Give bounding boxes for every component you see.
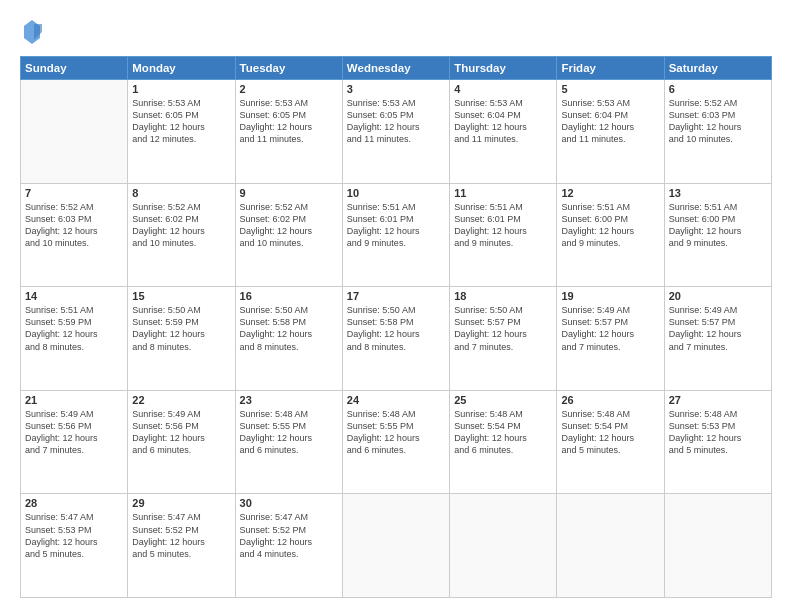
day-number: 23 xyxy=(240,394,338,406)
day-number: 25 xyxy=(454,394,552,406)
weekday-header: Saturday xyxy=(664,57,771,80)
day-number: 16 xyxy=(240,290,338,302)
day-info: Sunrise: 5:49 AM Sunset: 5:56 PM Dayligh… xyxy=(25,408,123,457)
calendar-cell: 9Sunrise: 5:52 AM Sunset: 6:02 PM Daylig… xyxy=(235,183,342,287)
day-number: 29 xyxy=(132,497,230,509)
calendar-cell: 1Sunrise: 5:53 AM Sunset: 6:05 PM Daylig… xyxy=(128,80,235,184)
calendar-cell: 17Sunrise: 5:50 AM Sunset: 5:58 PM Dayli… xyxy=(342,287,449,391)
day-info: Sunrise: 5:52 AM Sunset: 6:02 PM Dayligh… xyxy=(132,201,230,250)
calendar-cell: 12Sunrise: 5:51 AM Sunset: 6:00 PM Dayli… xyxy=(557,183,664,287)
calendar-cell: 11Sunrise: 5:51 AM Sunset: 6:01 PM Dayli… xyxy=(450,183,557,287)
calendar-cell: 20Sunrise: 5:49 AM Sunset: 5:57 PM Dayli… xyxy=(664,287,771,391)
calendar-cell xyxy=(664,494,771,598)
day-number: 24 xyxy=(347,394,445,406)
day-info: Sunrise: 5:51 AM Sunset: 5:59 PM Dayligh… xyxy=(25,304,123,353)
day-info: Sunrise: 5:47 AM Sunset: 5:53 PM Dayligh… xyxy=(25,511,123,560)
weekday-header: Wednesday xyxy=(342,57,449,80)
calendar-cell xyxy=(557,494,664,598)
calendar-week-row: 21Sunrise: 5:49 AM Sunset: 5:56 PM Dayli… xyxy=(21,390,772,494)
day-info: Sunrise: 5:50 AM Sunset: 5:58 PM Dayligh… xyxy=(347,304,445,353)
weekday-header: Thursday xyxy=(450,57,557,80)
day-number: 28 xyxy=(25,497,123,509)
calendar-cell: 21Sunrise: 5:49 AM Sunset: 5:56 PM Dayli… xyxy=(21,390,128,494)
weekday-header: Monday xyxy=(128,57,235,80)
calendar-cell: 27Sunrise: 5:48 AM Sunset: 5:53 PM Dayli… xyxy=(664,390,771,494)
day-number: 7 xyxy=(25,187,123,199)
calendar-cell: 19Sunrise: 5:49 AM Sunset: 5:57 PM Dayli… xyxy=(557,287,664,391)
calendar-cell: 10Sunrise: 5:51 AM Sunset: 6:01 PM Dayli… xyxy=(342,183,449,287)
day-number: 12 xyxy=(561,187,659,199)
calendar-cell xyxy=(450,494,557,598)
day-info: Sunrise: 5:52 AM Sunset: 6:03 PM Dayligh… xyxy=(669,97,767,146)
calendar-cell: 2Sunrise: 5:53 AM Sunset: 6:05 PM Daylig… xyxy=(235,80,342,184)
day-info: Sunrise: 5:53 AM Sunset: 6:04 PM Dayligh… xyxy=(454,97,552,146)
day-info: Sunrise: 5:53 AM Sunset: 6:05 PM Dayligh… xyxy=(347,97,445,146)
calendar-week-row: 1Sunrise: 5:53 AM Sunset: 6:05 PM Daylig… xyxy=(21,80,772,184)
calendar-cell: 25Sunrise: 5:48 AM Sunset: 5:54 PM Dayli… xyxy=(450,390,557,494)
day-number: 19 xyxy=(561,290,659,302)
calendar-cell: 7Sunrise: 5:52 AM Sunset: 6:03 PM Daylig… xyxy=(21,183,128,287)
calendar-cell: 22Sunrise: 5:49 AM Sunset: 5:56 PM Dayli… xyxy=(128,390,235,494)
day-info: Sunrise: 5:52 AM Sunset: 6:03 PM Dayligh… xyxy=(25,201,123,250)
weekday-header: Sunday xyxy=(21,57,128,80)
day-info: Sunrise: 5:51 AM Sunset: 6:00 PM Dayligh… xyxy=(561,201,659,250)
day-number: 26 xyxy=(561,394,659,406)
day-number: 4 xyxy=(454,83,552,95)
calendar-cell: 6Sunrise: 5:52 AM Sunset: 6:03 PM Daylig… xyxy=(664,80,771,184)
calendar-cell: 24Sunrise: 5:48 AM Sunset: 5:55 PM Dayli… xyxy=(342,390,449,494)
calendar-cell: 15Sunrise: 5:50 AM Sunset: 5:59 PM Dayli… xyxy=(128,287,235,391)
calendar-cell xyxy=(342,494,449,598)
day-info: Sunrise: 5:53 AM Sunset: 6:04 PM Dayligh… xyxy=(561,97,659,146)
day-number: 1 xyxy=(132,83,230,95)
day-number: 10 xyxy=(347,187,445,199)
calendar-cell xyxy=(21,80,128,184)
day-info: Sunrise: 5:49 AM Sunset: 5:57 PM Dayligh… xyxy=(669,304,767,353)
day-info: Sunrise: 5:51 AM Sunset: 6:01 PM Dayligh… xyxy=(454,201,552,250)
calendar-week-row: 14Sunrise: 5:51 AM Sunset: 5:59 PM Dayli… xyxy=(21,287,772,391)
page: SundayMondayTuesdayWednesdayThursdayFrid… xyxy=(0,0,792,612)
day-number: 27 xyxy=(669,394,767,406)
day-number: 15 xyxy=(132,290,230,302)
logo-icon xyxy=(20,18,44,46)
day-info: Sunrise: 5:48 AM Sunset: 5:54 PM Dayligh… xyxy=(561,408,659,457)
calendar-cell: 30Sunrise: 5:47 AM Sunset: 5:52 PM Dayli… xyxy=(235,494,342,598)
calendar-cell: 18Sunrise: 5:50 AM Sunset: 5:57 PM Dayli… xyxy=(450,287,557,391)
calendar-table: SundayMondayTuesdayWednesdayThursdayFrid… xyxy=(20,56,772,598)
day-number: 30 xyxy=(240,497,338,509)
header xyxy=(20,18,772,46)
day-number: 5 xyxy=(561,83,659,95)
calendar-cell: 16Sunrise: 5:50 AM Sunset: 5:58 PM Dayli… xyxy=(235,287,342,391)
calendar-cell: 29Sunrise: 5:47 AM Sunset: 5:52 PM Dayli… xyxy=(128,494,235,598)
day-info: Sunrise: 5:48 AM Sunset: 5:54 PM Dayligh… xyxy=(454,408,552,457)
day-info: Sunrise: 5:53 AM Sunset: 6:05 PM Dayligh… xyxy=(132,97,230,146)
calendar-cell: 4Sunrise: 5:53 AM Sunset: 6:04 PM Daylig… xyxy=(450,80,557,184)
calendar-week-row: 28Sunrise: 5:47 AM Sunset: 5:53 PM Dayli… xyxy=(21,494,772,598)
day-info: Sunrise: 5:49 AM Sunset: 5:57 PM Dayligh… xyxy=(561,304,659,353)
day-info: Sunrise: 5:48 AM Sunset: 5:55 PM Dayligh… xyxy=(347,408,445,457)
calendar-cell: 8Sunrise: 5:52 AM Sunset: 6:02 PM Daylig… xyxy=(128,183,235,287)
day-number: 3 xyxy=(347,83,445,95)
day-number: 13 xyxy=(669,187,767,199)
day-number: 9 xyxy=(240,187,338,199)
day-number: 21 xyxy=(25,394,123,406)
day-number: 22 xyxy=(132,394,230,406)
day-number: 20 xyxy=(669,290,767,302)
calendar-week-row: 7Sunrise: 5:52 AM Sunset: 6:03 PM Daylig… xyxy=(21,183,772,287)
day-info: Sunrise: 5:53 AM Sunset: 6:05 PM Dayligh… xyxy=(240,97,338,146)
day-info: Sunrise: 5:50 AM Sunset: 5:57 PM Dayligh… xyxy=(454,304,552,353)
calendar-cell: 13Sunrise: 5:51 AM Sunset: 6:00 PM Dayli… xyxy=(664,183,771,287)
calendar-cell: 26Sunrise: 5:48 AM Sunset: 5:54 PM Dayli… xyxy=(557,390,664,494)
day-number: 2 xyxy=(240,83,338,95)
calendar-cell: 14Sunrise: 5:51 AM Sunset: 5:59 PM Dayli… xyxy=(21,287,128,391)
day-info: Sunrise: 5:47 AM Sunset: 5:52 PM Dayligh… xyxy=(132,511,230,560)
logo xyxy=(20,18,48,46)
day-number: 11 xyxy=(454,187,552,199)
calendar-cell: 23Sunrise: 5:48 AM Sunset: 5:55 PM Dayli… xyxy=(235,390,342,494)
day-info: Sunrise: 5:52 AM Sunset: 6:02 PM Dayligh… xyxy=(240,201,338,250)
calendar-cell: 3Sunrise: 5:53 AM Sunset: 6:05 PM Daylig… xyxy=(342,80,449,184)
day-number: 8 xyxy=(132,187,230,199)
calendar-cell: 28Sunrise: 5:47 AM Sunset: 5:53 PM Dayli… xyxy=(21,494,128,598)
day-number: 18 xyxy=(454,290,552,302)
day-info: Sunrise: 5:48 AM Sunset: 5:53 PM Dayligh… xyxy=(669,408,767,457)
day-info: Sunrise: 5:50 AM Sunset: 5:58 PM Dayligh… xyxy=(240,304,338,353)
